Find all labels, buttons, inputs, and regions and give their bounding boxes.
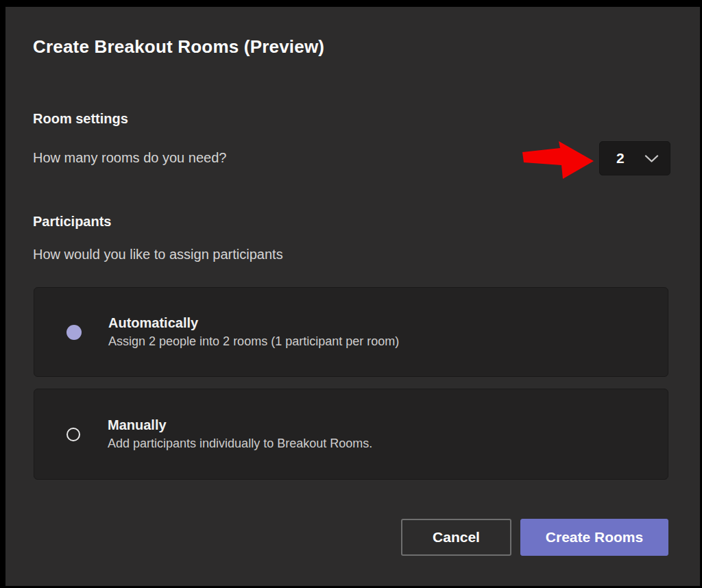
option-manually-text: Manually Add participants individually t… — [108, 417, 372, 451]
option-description: Assign 2 people into 2 rooms (1 particip… — [108, 334, 399, 349]
cancel-button[interactable]: Cancel — [401, 519, 511, 556]
red-arrow-icon — [522, 139, 598, 182]
option-label: Automatically — [108, 315, 399, 331]
option-label: Manually — [108, 417, 372, 433]
assign-question: How would you like to assign participant… — [33, 247, 283, 262]
option-automatically[interactable]: Automatically Assign 2 people into 2 roo… — [34, 287, 668, 377]
screen-frame: Create Breakout Rooms (Preview) Room set… — [0, 0, 702, 588]
participants-heading: Participants — [33, 214, 111, 230]
option-manually[interactable]: Manually Add participants individually t… — [34, 389, 668, 480]
room-count-dropdown[interactable]: 2 — [599, 141, 670, 175]
option-automatically-text: Automatically Assign 2 people into 2 roo… — [108, 315, 399, 349]
radio-unselected-icon[interactable] — [66, 428, 80, 441]
chevron-down-icon — [644, 154, 659, 163]
room-count-question: How many rooms do you need? — [33, 150, 226, 166]
create-rooms-button[interactable]: Create Rooms — [520, 519, 668, 556]
option-description: Add participants individually to Breakou… — [108, 437, 372, 451]
dialog-title: Create Breakout Rooms (Preview) — [33, 36, 324, 58]
create-breakout-rooms-dialog: Create Breakout Rooms (Preview) Room set… — [5, 7, 700, 586]
radio-selected-icon[interactable] — [66, 325, 82, 340]
room-settings-heading: Room settings — [33, 111, 128, 127]
room-count-value: 2 — [616, 150, 625, 167]
